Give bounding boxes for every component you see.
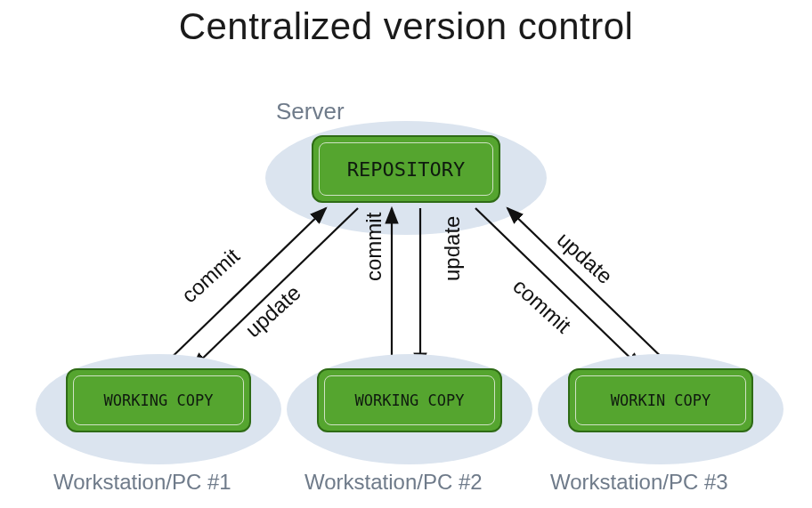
ws3-node: WORKIN COPY [568,368,753,432]
svg-line-2 [192,208,358,368]
edge-ws3-commit: commit [508,274,576,339]
ws1-node: WORKING COPY [66,368,251,432]
repository-label: REPOSITORY [347,158,465,181]
diagram-canvas: Centralized version control Server REPOS… [0,0,812,508]
ws3-node-label: WORKIN COPY [611,391,711,409]
ws1-label: Workstation/PC #1 [53,470,231,495]
diagram-title: Centralized version control [0,5,812,48]
ws2-label: Workstation/PC #2 [304,470,483,495]
server-label: Server [276,98,345,125]
edge-ws3-update: update [552,227,617,289]
ws1-node-label: WORKING COPY [104,391,214,409]
ws2-node: WORKING COPY [317,368,502,432]
edge-ws1-update: update [240,280,305,343]
edge-ws2-commit: commit [361,213,386,281]
ws3-label: Workstation/PC #3 [550,470,728,495]
ws2-node-label: WORKING COPY [355,391,465,409]
svg-line-5 [475,208,641,368]
edge-ws1-commit: commit [177,244,245,309]
repository-node: REPOSITORY [312,135,500,203]
edge-ws2-update: update [440,216,465,281]
